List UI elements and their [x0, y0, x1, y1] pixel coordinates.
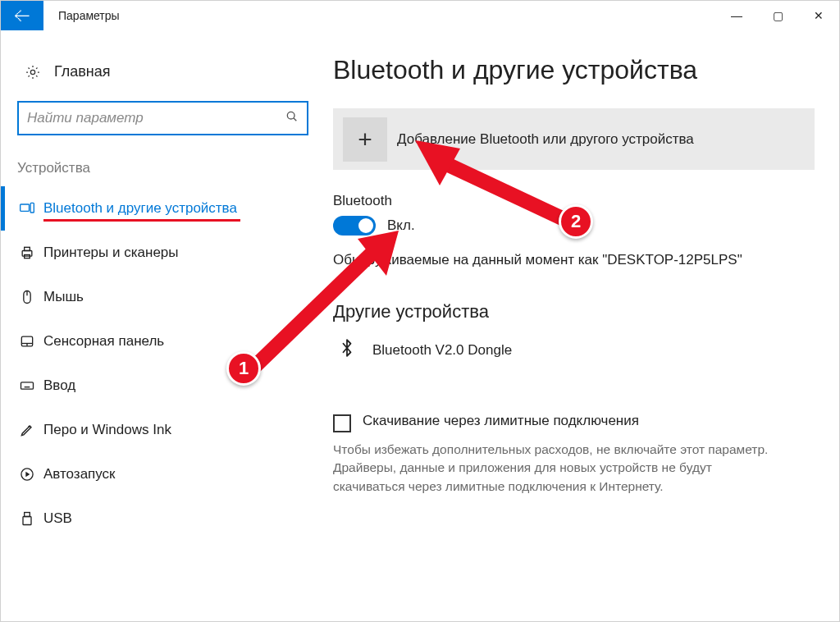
bluetooth-toggle-state: Вкл.	[387, 217, 415, 234]
home-nav[interactable]: Главная	[1, 63, 325, 101]
minimize-button[interactable]: —	[716, 1, 757, 30]
svg-rect-6	[25, 247, 30, 250]
settings-window: 🡠 Параметры — ▢ ✕ Главная	[0, 0, 840, 622]
sidebar-nav: Bluetooth и другие устройства Принтеры и…	[1, 186, 325, 541]
sidebar-item-label: Принтеры и сканеры	[43, 245, 179, 261]
add-device-label: Добавление Bluetooth или другого устройс…	[397, 131, 694, 148]
bluetooth-section-label: Bluetooth	[333, 193, 815, 209]
plus-icon: +	[343, 117, 387, 162]
close-button[interactable]: ✕	[798, 1, 839, 30]
svg-marker-19	[25, 472, 30, 478]
search-icon	[285, 110, 299, 126]
devices-icon	[11, 200, 43, 217]
svg-line-2	[294, 118, 296, 121]
content-area: Главная Устройства Bluetooth и другие ус…	[1, 30, 839, 621]
search-box[interactable]	[17, 101, 308, 135]
maximize-button[interactable]: ▢	[757, 1, 798, 30]
sidebar-item-autoplay[interactable]: Автозапуск	[1, 452, 325, 496]
sidebar-item-label: Сенсорная панель	[43, 333, 164, 350]
svg-rect-20	[25, 513, 30, 517]
sidebar-item-printers[interactable]: Принтеры и сканеры	[1, 231, 325, 275]
svg-rect-21	[23, 517, 31, 525]
sidebar-item-mouse[interactable]: Мышь	[1, 275, 325, 319]
gear-icon	[21, 64, 44, 80]
device-name: Bluetooth V2.0 Dongle	[372, 342, 512, 359]
window-title: Параметры	[43, 1, 716, 30]
metered-checkbox[interactable]	[333, 414, 351, 432]
sidebar-item-label: Автозапуск	[43, 466, 116, 483]
touchpad-icon	[11, 333, 43, 350]
bluetooth-toggle-row: Вкл.	[333, 216, 815, 236]
sidebar-item-bluetooth[interactable]: Bluetooth и другие устройства	[1, 186, 325, 231]
add-device-button[interactable]: + Добавление Bluetooth или другого устро…	[333, 108, 815, 170]
home-label: Главная	[44, 63, 111, 80]
bluetooth-toggle[interactable]	[333, 216, 376, 236]
page-title: Bluetooth и другие устройства	[333, 55, 815, 85]
toggle-knob	[358, 218, 373, 233]
metered-checkbox-row: Скачивание через лимитные подключения	[333, 413, 815, 432]
minimize-icon: —	[731, 9, 742, 22]
sidebar-item-label: Bluetooth и другие устройства	[43, 200, 237, 217]
svg-point-0	[30, 70, 34, 74]
device-row[interactable]: Bluetooth V2.0 Dongle	[333, 337, 815, 364]
printer-icon	[11, 245, 43, 261]
sidebar-item-touchpad[interactable]: Сенсорная панель	[1, 319, 325, 364]
sidebar-item-label: Ввод	[43, 377, 75, 394]
sidebar-item-typing[interactable]: Ввод	[1, 364, 325, 408]
search-input[interactable]	[27, 110, 285, 126]
close-icon: ✕	[814, 9, 824, 22]
pen-icon	[11, 422, 43, 438]
back-button[interactable]: 🡠	[1, 1, 43, 30]
sidebar-item-pen[interactable]: Перо и Windows Ink	[1, 408, 325, 452]
autoplay-icon	[11, 466, 43, 483]
sidebar: Главная Устройства Bluetooth и другие ус…	[1, 30, 325, 621]
window-controls: — ▢ ✕	[716, 1, 839, 30]
bluetooth-icon	[340, 337, 354, 364]
annotation-underline	[43, 219, 240, 222]
svg-rect-13	[21, 382, 34, 389]
mouse-icon	[11, 289, 43, 305]
sidebar-group-header: Устройства	[1, 160, 325, 186]
svg-rect-3	[21, 204, 30, 211]
titlebar: 🡠 Параметры — ▢ ✕	[1, 1, 839, 30]
maximize-icon: ▢	[773, 9, 783, 22]
sidebar-item-usb[interactable]: USB	[1, 496, 325, 541]
sidebar-item-label: USB	[43, 510, 72, 527]
svg-rect-4	[30, 203, 34, 213]
metered-checkbox-label: Скачивание через лимитные подключения	[363, 413, 639, 429]
metered-help-text: Чтобы избежать дополнительных расходов, …	[333, 441, 776, 496]
svg-point-1	[287, 112, 294, 119]
sidebar-item-label: Мышь	[43, 289, 84, 305]
sidebar-item-label: Перо и Windows Ink	[43, 422, 171, 438]
discoverable-text: Обнаруживаемые на данный момент как "DES…	[333, 252, 815, 268]
usb-icon	[11, 510, 43, 527]
main-panel: Bluetooth и другие устройства + Добавлен…	[325, 30, 839, 621]
arrow-left-icon: 🡠	[14, 7, 30, 25]
keyboard-icon	[11, 377, 43, 394]
other-devices-heading: Другие устройства	[333, 301, 815, 322]
